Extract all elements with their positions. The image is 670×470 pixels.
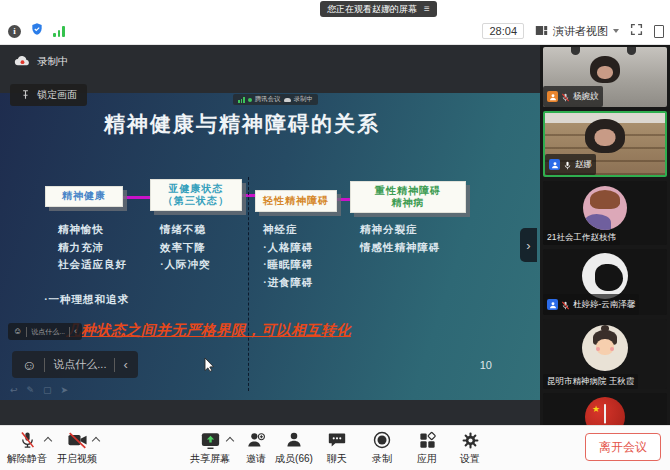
meeting-info-icon[interactable]: i — [8, 25, 21, 38]
avatar — [582, 253, 628, 299]
annotation-tools-faint: ↩ ✎ ▢ ➤ — [10, 385, 68, 395]
symptom-item: ·睡眠障碍 — [263, 256, 314, 274]
shared-screen-area: 录制中 锁定画面 腾讯会议 录制中 精神健康与精神障碍的关系 精神健康 — [0, 45, 540, 425]
symptom-item: 神经症 — [263, 221, 314, 239]
shape-icon[interactable]: ▢ — [43, 385, 52, 395]
mic-on-icon — [563, 156, 572, 174]
mic-muted-icon — [561, 296, 570, 314]
symptom-column-4: 精神分裂症 情感性精神障碍 — [360, 221, 441, 256]
chat-placeholder-mini: 说点什么... — [31, 327, 65, 337]
video-options-chevron[interactable] — [93, 438, 99, 444]
member-badge-icon — [549, 159, 560, 170]
participant-name: 赵娜 — [575, 159, 592, 171]
cloud-recording-indicator: 录制中 — [14, 55, 69, 69]
mouse-cursor — [204, 357, 215, 376]
banner-menu-icon[interactable]: ≡ — [424, 4, 430, 14]
symptom-item: 效率下降 — [160, 239, 211, 257]
meeting-topbar: i 28:04 演讲者视图 — [0, 18, 670, 45]
apps-label: 应用 — [417, 452, 437, 466]
symptom-item: 精神愉快 — [58, 221, 127, 239]
mini-cloud-icon — [284, 98, 291, 102]
mini-recording-label: 录制中 — [294, 95, 314, 104]
sidebar-collapse-tab[interactable]: › — [520, 228, 537, 262]
stage-connector — [337, 198, 350, 201]
chevron-right-icon: › — [526, 238, 530, 253]
stage-box-mental-health: 精神健康 — [45, 186, 123, 207]
lock-view-button[interactable]: 锁定画面 — [10, 84, 87, 106]
member-badge-icon — [547, 299, 558, 310]
meeting-window: 您正在观看赵娜的屏幕 ≡ i 28:04 演讲者视图 — [0, 0, 670, 470]
security-shield-icon[interactable] — [30, 22, 44, 40]
slide-title: 精神健康与精神障碍的关系 — [0, 110, 484, 138]
host-badge-icon — [547, 91, 558, 102]
chat-label: 聊天 — [327, 452, 347, 466]
participants-sidebar: 杨婉妏 赵娜 — [540, 45, 670, 425]
participant-tile[interactable]: 杨婉妏 — [543, 47, 667, 107]
sidebar-layout-icon[interactable] — [654, 25, 664, 38]
undo-icon[interactable]: ↩ — [10, 385, 18, 395]
flag-star: ★ — [592, 404, 600, 414]
person-face — [597, 66, 613, 79]
leave-meeting-button[interactable]: 离开会议 — [585, 433, 661, 461]
mini-signal-icon — [238, 97, 245, 103]
stage-box-label: 精神健康 — [62, 190, 106, 203]
emoji-icon: ☺ — [13, 327, 22, 336]
pin-icon — [20, 89, 31, 102]
avatar-hair-bun — [601, 325, 609, 332]
stage-box-severe-disorder: 重性精神障碍 精神病 — [350, 181, 466, 213]
members-icon — [284, 430, 304, 450]
symptom-item: 社会适应良好 — [58, 256, 127, 274]
stage-box-label: 轻性精神障碍 — [263, 195, 329, 208]
symptom-item: ·人际冲突 — [160, 256, 211, 274]
participant-label: 赵娜 — [545, 154, 596, 175]
settings-button[interactable]: 设置 — [442, 430, 498, 466]
participant-name: 昆明市精神病院 王秋霞 — [547, 376, 634, 388]
topbar-controls-group: 28:04 演讲者视图 — [482, 18, 664, 44]
divider — [44, 358, 45, 372]
pen-icon[interactable]: ✎ — [27, 385, 35, 395]
collapse-chat-icon[interactable]: ‹ — [123, 358, 127, 371]
view-mode-selector[interactable]: 演讲者视图 — [535, 24, 619, 39]
network-signal-icon[interactable] — [53, 26, 65, 37]
participant-label: 昆明市精神病院 王秋霞 — [543, 374, 638, 389]
chat-bubble-mini[interactable]: ☺ 说点什么... ‹ — [8, 323, 82, 340]
emoji-icon[interactable]: ☺ — [22, 358, 36, 372]
participant-tile[interactable]: 21社会工作赵枝伟 — [543, 181, 667, 245]
slide-note: ·一种理想和追求 — [44, 293, 129, 307]
lamp-decor — [627, 47, 636, 55]
start-video-label: 开启视频 — [57, 452, 97, 466]
collapse-tiles-chevron[interactable] — [604, 404, 606, 422]
symptom-column-2: 情绪不稳 效率下降 ·人际冲突 — [160, 221, 211, 274]
apps-icon — [418, 430, 437, 450]
os-top-strip: 您正在观看赵娜的屏幕 ≡ — [0, 0, 670, 18]
app-name-label: 腾讯会议 — [255, 95, 281, 104]
lock-view-label: 锁定画面 — [37, 88, 77, 102]
stage-box-label: 重性精神障碍 — [375, 185, 441, 198]
watching-screen-banner[interactable]: 您正在观看赵娜的屏幕 ≡ — [320, 1, 437, 17]
arrow-icon[interactable]: ➤ — [61, 385, 69, 395]
chat-quick-input[interactable]: ☺ 说点什么... ‹ — [12, 351, 138, 378]
person-face — [595, 129, 616, 146]
watching-screen-text: 您正在观看赵娜的屏幕 — [327, 3, 417, 16]
start-video-button[interactable]: 开启视频 — [50, 430, 104, 466]
avatar — [582, 325, 628, 371]
participant-name: 杨婉妏 — [573, 91, 599, 103]
presentation-slide: 精神健康与精神障碍的关系 精神健康 亚健康状态 （第三状态） 轻性精神障碍 重性… — [0, 93, 540, 400]
avatar-hair — [590, 190, 620, 209]
chat-placeholder: 说点什么... — [53, 357, 106, 372]
slide-highlight-text: 几种状态之间并无严格界限，可以相互转化 — [66, 321, 351, 340]
unmute-button[interactable]: 解除静音 — [0, 430, 54, 466]
participant-tile-partial[interactable]: ★ — [543, 393, 667, 425]
record-label: 录制 — [372, 452, 392, 466]
symptom-item: 精神分裂症 — [360, 221, 441, 239]
fullscreen-icon[interactable] — [630, 22, 643, 40]
stage-box-subhealth: 亚健康状态 （第三状态） — [150, 179, 242, 211]
participant-tile[interactable]: 杜婷婷-云南泽馨 — [543, 249, 667, 315]
stage-box-label: （第三状态） — [163, 195, 229, 208]
participant-tile[interactable]: 昆明市精神病院 王秋霞 — [543, 319, 667, 389]
collapse-chat-icon[interactable]: ‹ — [74, 327, 77, 336]
symptom-item: 精力充沛 — [58, 239, 127, 257]
mic-muted-icon — [18, 430, 37, 450]
participant-tile-active-speaker[interactable]: 赵娜 — [543, 111, 667, 177]
members-label: 成员(66) — [275, 452, 313, 466]
